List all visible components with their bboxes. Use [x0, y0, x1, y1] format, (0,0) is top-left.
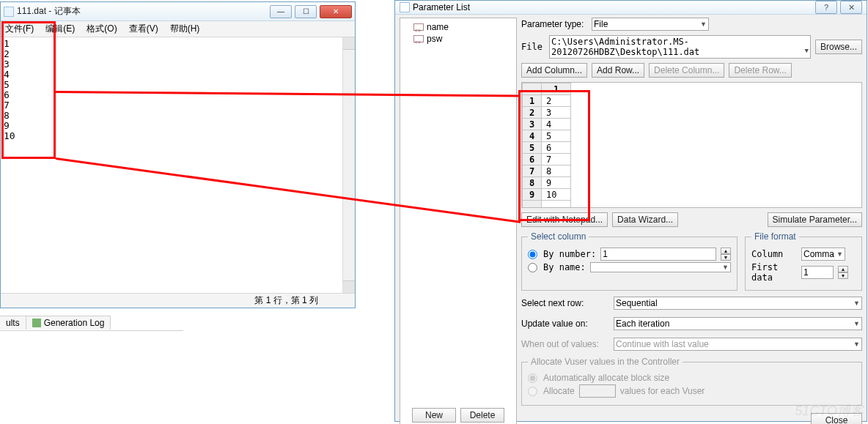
allocate-radio	[528, 387, 537, 396]
chevron-down-icon: ▼	[836, 250, 843, 258]
tab-ults-label: ults	[6, 318, 20, 328]
help-button[interactable]: ?	[815, 1, 837, 14]
grid-cell[interactable]: 5	[542, 130, 571, 142]
grid-cell[interactable]: 7	[542, 154, 571, 165]
grid-cell[interactable]: 10	[542, 189, 571, 201]
grid-cell[interactable]: 8	[542, 165, 571, 177]
grid-cell[interactable]: 2	[542, 95, 571, 107]
delete-row-button[interactable]: Delete Row...	[729, 63, 791, 78]
by-number-radio[interactable]	[528, 250, 537, 259]
grid-corner	[523, 83, 542, 95]
delete-parameter-button[interactable]: Delete	[460, 408, 504, 423]
minimize-button[interactable]: —	[270, 5, 292, 18]
spin-up-button[interactable]: ▲	[838, 266, 848, 272]
parameter-type-select[interactable]: File ▼	[592, 18, 709, 31]
grid-cell[interactable]	[542, 201, 571, 209]
browse-button[interactable]: Browse...	[815, 40, 862, 54]
notepad-title: 111.dat - 记事本	[17, 5, 267, 18]
add-row-button[interactable]: Add Row...	[592, 63, 644, 78]
spin-up-button[interactable]: ▲	[721, 248, 731, 254]
spin-down-button[interactable]: ▼	[838, 272, 848, 279]
file-path-value: C:\Users\Administrator.MS-20120726HDBZ\D…	[551, 37, 699, 57]
close-button[interactable]: Close	[811, 413, 862, 424]
auto-allocate-radio	[528, 373, 537, 383]
parameter-tree-list[interactable]: name psw	[400, 18, 516, 403]
first-data-input[interactable]	[801, 266, 834, 279]
grid-row-header[interactable]: 5	[523, 142, 542, 154]
file-path-input[interactable]: C:\Users\Administrator.MS-20120726HDBZ\D…	[549, 35, 811, 59]
menu-edit[interactable]: 编辑(E)	[45, 23, 75, 35]
notepad-statusbar: 第 1 行，第 1 列	[1, 293, 355, 308]
grid-cell[interactable]: 3	[542, 107, 571, 119]
maximize-button[interactable]: ☐	[295, 5, 317, 18]
select-next-row-label: Select next row:	[521, 298, 609, 308]
grid-row-header[interactable]: 8	[523, 177, 542, 189]
tab-generation-log[interactable]: Generation Log	[26, 316, 111, 330]
grid-row-header[interactable]: 9	[523, 189, 542, 201]
parameter-tree: name psw New Delete	[400, 18, 517, 424]
grid-cell[interactable]: 4	[542, 119, 571, 130]
menu-view[interactable]: 查看(V)	[129, 23, 158, 35]
by-name-label: By name:	[543, 262, 586, 272]
out-of-values-value: Continue with last value	[616, 339, 709, 349]
bottom-tabs: ults Generation Log	[0, 315, 183, 331]
by-number-label: By number:	[543, 249, 596, 259]
column-delim-select[interactable]: Comma ▼	[801, 248, 845, 261]
column-delim-value: Comma	[803, 249, 834, 259]
by-number-input[interactable]	[600, 248, 716, 261]
tab-ults[interactable]: ults	[0, 316, 26, 330]
tree-item-psw[interactable]: psw	[403, 33, 513, 45]
chevron-down-icon: ▼	[805, 47, 809, 54]
grid-row-header[interactable]: 4	[523, 130, 542, 142]
notepad-titlebar[interactable]: 111.dat - 记事本 — ☐ ✕	[1, 2, 355, 21]
update-value-on-label: Update value on:	[521, 319, 609, 329]
menu-help[interactable]: 帮助(H)	[170, 23, 200, 35]
grid-row-header[interactable]: 7	[523, 165, 542, 177]
scroll-down-button[interactable]	[343, 280, 355, 293]
menu-file[interactable]: 文件(F)	[5, 23, 34, 35]
caret-position: 第 1 行，第 1 列	[254, 294, 318, 307]
select-next-row-select[interactable]: Sequential ▼	[614, 297, 862, 310]
tree-item-label: psw	[427, 34, 442, 44]
parameter-list-titlebar[interactable]: Parameter List ? ✕	[395, 1, 867, 15]
notepad-textarea[interactable]: 1 2 3 4 5 6 7 8 9 10	[1, 37, 342, 293]
new-parameter-button[interactable]: New	[412, 408, 456, 423]
edit-with-notepad-button[interactable]: Edit with Notepad...	[521, 212, 608, 227]
grid-cell[interactable]: 9	[542, 177, 571, 189]
allocate-label: Allocate	[543, 386, 575, 396]
data-wizard-button[interactable]: Data Wizard...	[612, 212, 678, 227]
menu-format[interactable]: 格式(O)	[87, 23, 117, 35]
delete-column-button[interactable]: Delete Column...	[649, 63, 724, 78]
file-format-group: File format Column Comma ▼ First data ▲	[745, 231, 862, 291]
simulate-parameter-button[interactable]: Simulate Parameter...	[768, 212, 862, 227]
param-icon	[413, 35, 424, 42]
allocate-count-input	[579, 384, 616, 398]
file-format-legend: File format	[751, 231, 799, 242]
by-name-select[interactable]: ▼	[590, 262, 731, 272]
chevron-down-icon: ▼	[722, 264, 729, 271]
grid-row-header[interactable]: 2	[523, 107, 542, 119]
chevron-down-icon: ▼	[853, 341, 860, 348]
data-grid[interactable]: 1 1223344556677889910	[521, 82, 862, 208]
grid-row-header[interactable]: 6	[523, 154, 542, 165]
vertical-scrollbar[interactable]	[342, 37, 355, 293]
parameter-list-window: Parameter List ? ✕ name psw New Delete	[394, 0, 867, 422]
grid-row-header[interactable]: 3	[523, 119, 542, 130]
file-label: File	[521, 42, 545, 52]
tree-item-label: name	[427, 22, 449, 32]
by-name-radio[interactable]	[528, 263, 537, 272]
update-value-on-select[interactable]: Each iteration ▼	[614, 317, 862, 330]
grid-col-header[interactable]: 1	[542, 83, 571, 95]
grid-row-header[interactable]	[523, 201, 542, 209]
close-button[interactable]: ✕	[320, 5, 352, 18]
scroll-up-button[interactable]	[343, 37, 355, 50]
add-column-button[interactable]: Add Column...	[521, 63, 587, 78]
dialog-close-button[interactable]: ✕	[840, 1, 862, 14]
tree-item-name[interactable]: name	[403, 21, 513, 33]
auto-allocate-label: Automatically allocate block size	[543, 373, 669, 383]
parameter-type-value: File	[594, 19, 608, 29]
grid-row-header[interactable]: 1	[523, 95, 542, 107]
grid-cell[interactable]: 6	[542, 142, 571, 154]
parameter-detail-panel: Parameter type: File ▼ File C:\Users\Adm…	[521, 18, 862, 424]
spin-down-button[interactable]: ▼	[721, 254, 731, 261]
